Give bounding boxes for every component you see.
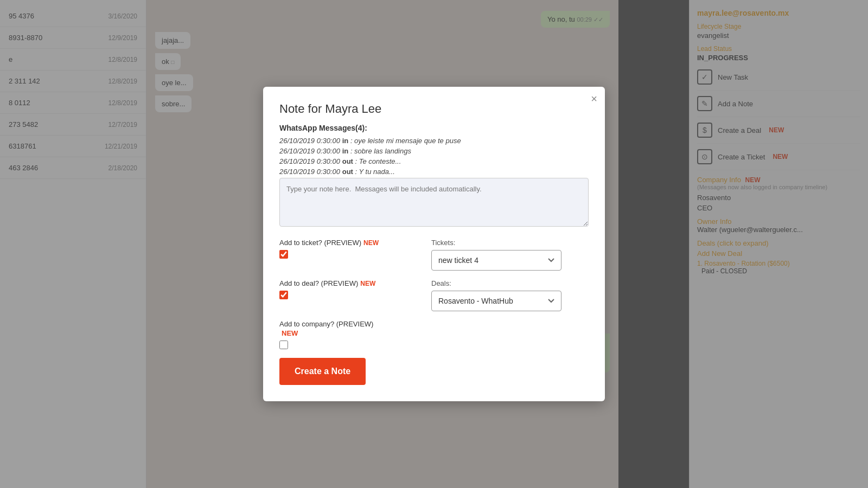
company-new-badge: NEW (282, 329, 589, 337)
message-4: 26/10/2019 0:30:00 out : Y tu nada... (279, 168, 589, 176)
message-2: 26/10/2019 0:30:00 in : sobre las landin… (279, 147, 589, 155)
ticket-label-text: Add to ticket? (PREVIEW) (279, 239, 361, 247)
deal-select[interactable]: Rosavento - WhatHub Rosavento - Rotation (431, 291, 561, 311)
msg-text-4: : Y tu nada... (355, 168, 395, 176)
note-modal: × Note for Mayra Lee WhatsApp Messages(4… (263, 87, 605, 401)
deals-label: Deals: (431, 279, 589, 287)
deal-option-row: Add to deal? (PREVIEW)NEW Deals: Rosaven… (279, 279, 589, 311)
note-textarea[interactable] (279, 178, 589, 227)
message-1: 26/10/2019 0:30:00 in : oye leiste mi me… (279, 137, 589, 145)
ticket-option-label: Add to ticket? (PREVIEW)NEW (279, 239, 431, 247)
msg-date-3: 26/10/2019 0:30:00 (279, 157, 340, 165)
tickets-label: Tickets: (431, 239, 589, 247)
msg-text-3: : Te conteste... (355, 157, 401, 165)
ticket-checkbox-row (279, 250, 431, 259)
company-checkbox[interactable] (279, 341, 288, 349)
deal-option-right: Deals: Rosavento - WhatHub Rosavento - R… (431, 279, 589, 311)
deal-new-badge: NEW (360, 280, 375, 287)
modal-title: Note for Mayra Lee (279, 102, 589, 116)
deal-label-text: Add to deal? (PREVIEW) (279, 279, 358, 287)
msg-date-4: 26/10/2019 0:30:00 (279, 168, 340, 176)
close-button[interactable]: × (591, 93, 597, 104)
deal-option-left: Add to deal? (PREVIEW)NEW (279, 279, 431, 311)
deal-option-label: Add to deal? (PREVIEW)NEW (279, 279, 431, 287)
ticket-checkbox[interactable] (279, 250, 288, 259)
message-3: 26/10/2019 0:30:00 out : Te conteste... (279, 157, 589, 165)
company-checkbox-row (279, 341, 589, 349)
msg-dir-2: in (342, 147, 349, 155)
ticket-option-right: Tickets: new ticket 4 new ticket 1 new t… (431, 239, 589, 271)
ticket-option-left: Add to ticket? (PREVIEW)NEW (279, 239, 431, 271)
msg-dir-1: in (342, 137, 349, 145)
ticket-option-row: Add to ticket? (PREVIEW)NEW Tickets: new… (279, 239, 589, 271)
msg-date-1: 26/10/2019 0:30:00 (279, 137, 340, 145)
ticket-new-badge: NEW (363, 239, 379, 247)
ticket-select[interactable]: new ticket 4 new ticket 1 new ticket 2 (431, 250, 561, 271)
company-label-text: Add to company? (PREVIEW) (279, 320, 373, 328)
msg-text-1: : oye leiste mi mensaje que te puse (350, 137, 461, 145)
msg-dir-4: out (342, 168, 353, 176)
msg-text-2: : sobre las landings (350, 147, 411, 155)
deal-checkbox[interactable] (279, 291, 288, 299)
whatsapp-section-title: WhatsApp Messages(4): (279, 124, 589, 132)
company-option-row: Add to company? (PREVIEW) NEW (279, 320, 589, 349)
create-note-button[interactable]: Create a Note (279, 358, 366, 385)
msg-date-2: 26/10/2019 0:30:00 (279, 147, 340, 155)
company-option-label: Add to company? (PREVIEW) NEW (279, 320, 589, 337)
msg-dir-3: out (342, 157, 353, 165)
deal-checkbox-row (279, 291, 431, 299)
